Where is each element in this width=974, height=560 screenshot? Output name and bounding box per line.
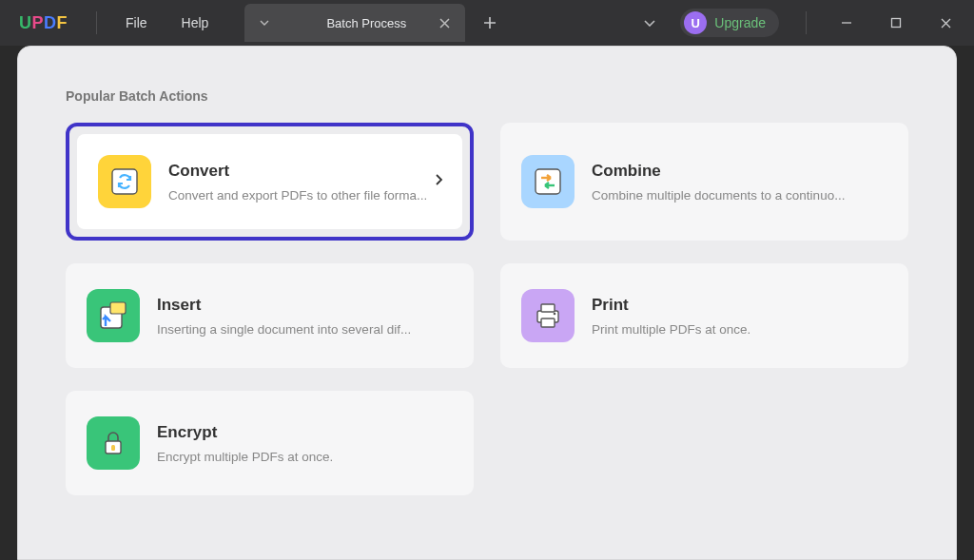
tab-close-icon[interactable] [433, 11, 456, 34]
window-close-icon[interactable] [925, 6, 966, 40]
card-desc: Inserting a single document into several… [157, 322, 453, 337]
upgrade-label: Upgrade [714, 15, 766, 30]
card-combine[interactable]: Combine Combine multiple documents to a … [500, 123, 908, 241]
window-maximize-icon[interactable] [875, 6, 917, 40]
content-panel: Popular Batch Actions Convert Convert an… [17, 46, 957, 560]
encrypt-icon [87, 416, 140, 470]
card-title: Encrypt [157, 423, 453, 442]
card-print[interactable]: Print Print multiple PDFs at once. [500, 263, 908, 368]
card-desc: Combine multiple documents to a continuo… [592, 188, 887, 203]
card-title: Print [592, 296, 887, 315]
upgrade-button[interactable]: U Upgrade [680, 9, 779, 37]
print-icon [521, 289, 575, 342]
combine-icon [521, 155, 575, 208]
titlebar-right: U Upgrade [634, 6, 974, 40]
menu-help[interactable]: Help [165, 0, 226, 46]
tab-title: Batch Process [300, 16, 433, 30]
svg-rect-1 [112, 169, 137, 194]
card-title: Combine [592, 162, 887, 181]
user-badge-icon: U [684, 11, 707, 34]
svg-rect-10 [111, 445, 115, 451]
svg-point-8 [554, 313, 556, 316]
card-desc: Print multiple PDFs at once. [592, 322, 887, 337]
card-encrypt[interactable]: Encrypt Encrypt multiple PDFs at once. [66, 391, 474, 495]
card-convert[interactable]: Convert Convert and export PDFs to other… [66, 123, 474, 241]
card-insert[interactable]: Insert Inserting a single document into … [66, 263, 474, 368]
menu-file[interactable]: File [108, 0, 165, 46]
card-title: Insert [157, 296, 453, 315]
chevron-right-icon [434, 172, 443, 191]
card-desc: Convert and export PDFs to other file fo… [168, 188, 441, 203]
separator [96, 11, 97, 34]
convert-icon [98, 155, 151, 208]
svg-rect-6 [541, 304, 555, 312]
new-tab-button[interactable] [471, 4, 509, 42]
svg-rect-0 [892, 19, 901, 28]
insert-icon [87, 289, 140, 342]
separator [806, 11, 807, 34]
svg-rect-7 [541, 319, 555, 327]
app-logo: UPDF [0, 13, 85, 33]
card-title: Convert [168, 162, 441, 181]
actions-grid: Convert Convert and export PDFs to other… [66, 123, 908, 495]
window-minimize-icon[interactable] [826, 6, 867, 40]
section-heading: Popular Batch Actions [66, 88, 908, 104]
tab-dropdown-icon[interactable] [256, 14, 273, 31]
svg-rect-2 [536, 169, 560, 194]
tab-batch-process[interactable]: Batch Process [244, 4, 465, 42]
titlebar: UPDF File Help Batch Process U Upgrade [0, 0, 974, 46]
card-desc: Encrypt multiple PDFs at once. [157, 450, 453, 464]
titlebar-dropdown-icon[interactable] [634, 8, 665, 38]
svg-rect-4 [110, 302, 126, 314]
